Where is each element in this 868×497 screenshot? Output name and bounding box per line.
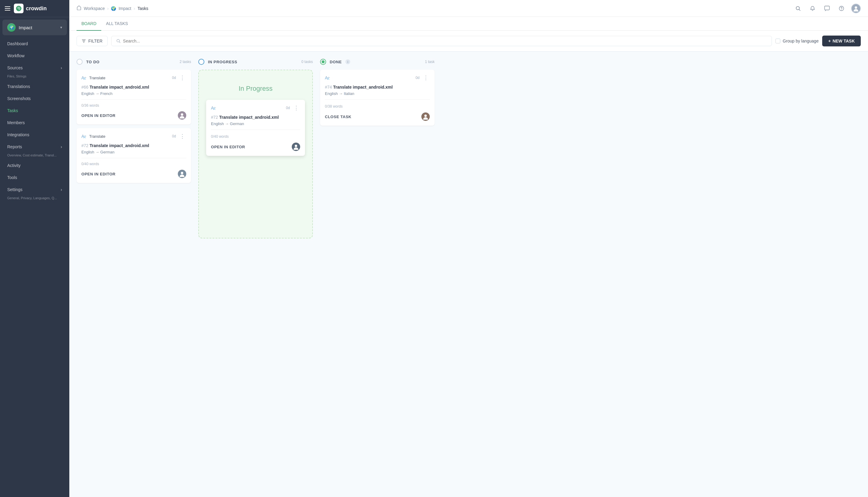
breadcrumb-project[interactable]: Impact xyxy=(118,6,131,11)
card-74-actions: CLOSE TASK xyxy=(325,112,430,121)
breadcrumb-sep-2: › xyxy=(133,6,135,11)
tab-board[interactable]: BOARD xyxy=(76,17,101,31)
status-todo-icon xyxy=(76,59,83,65)
search-box xyxy=(111,36,772,46)
card-66-lang: English → French xyxy=(81,91,186,96)
drop-zone-label: In Progress xyxy=(239,85,273,93)
sidebar-item-reports[interactable]: Reports › xyxy=(0,141,69,153)
sidebar-item-tools[interactable]: Tools xyxy=(0,171,69,184)
project-selector[interactable]: 🌍 Impact ▾ xyxy=(2,19,67,35)
hamburger-menu[interactable] xyxy=(5,6,10,11)
card-72-actions: OPEN IN EDITOR xyxy=(81,170,186,178)
sidebar-item-dashboard[interactable]: Dashboard xyxy=(0,38,69,50)
card-72-menu[interactable]: ⋮ xyxy=(179,133,186,140)
card-72-type: Translate xyxy=(89,134,105,139)
dragging-card-time: 0d xyxy=(286,106,290,110)
card-66-open-editor[interactable]: OPEN IN EDITOR xyxy=(81,113,115,118)
sidebar-item-settings[interactable]: Settings › xyxy=(0,184,69,196)
help-icon[interactable] xyxy=(837,4,846,13)
inprogress-drop-zone[interactable]: In Progress A 文 0d ⋮ #72 Translate impac… xyxy=(198,70,313,238)
card-66-header: A 文 Translate 0d ⋮ xyxy=(81,74,186,81)
card-74-avatar xyxy=(421,112,430,121)
new-task-button[interactable]: + NEW TASK xyxy=(822,36,861,46)
crowdin-logo xyxy=(14,4,24,13)
task-card-74: A 文 0d ⋮ #74 Translate impact_android.xm… xyxy=(320,70,435,126)
sidebar-item-tasks[interactable]: Tasks xyxy=(0,104,69,117)
filter-button[interactable]: FILTER xyxy=(76,36,108,46)
filter-label: FILTER xyxy=(88,39,102,43)
translate-icon-74: A 文 xyxy=(325,75,330,81)
new-task-label: NEW TASK xyxy=(833,39,855,43)
sidebar-item-sources-sub: Files, Strings xyxy=(0,74,69,81)
sidebar-item-reports-sub: Overview, Cost estimate, Transl... xyxy=(0,153,69,159)
card-72-open-editor[interactable]: OPEN IN EDITOR xyxy=(81,172,115,176)
svg-point-7 xyxy=(841,9,842,10)
card-72-words: 0/40 words xyxy=(81,162,99,166)
card-74-close-task[interactable]: CLOSE TASK xyxy=(325,115,352,119)
bell-icon[interactable] xyxy=(808,4,817,13)
group-by-language[interactable]: Group by language xyxy=(775,39,819,43)
svg-point-22 xyxy=(181,172,183,174)
dragging-card-open-editor[interactable]: OPEN IN EDITOR xyxy=(211,145,245,149)
card-74-title: #74 Translate impact_android.xml xyxy=(325,85,430,89)
done-info-icon[interactable]: i xyxy=(345,59,350,64)
dragging-card-footer: 0/40 words xyxy=(211,130,300,139)
column-done-header: DONE i 1 task xyxy=(320,59,435,65)
sidebar-item-integrations[interactable]: Integrations xyxy=(0,129,69,141)
dragging-card-menu[interactable]: ⋮ xyxy=(292,104,300,111)
tabs-bar: BOARD ALL TASKS xyxy=(69,17,868,31)
search-input[interactable] xyxy=(123,39,767,43)
card-66-menu[interactable]: ⋮ xyxy=(179,74,186,81)
project-globe-icon: 🌍 xyxy=(111,6,116,11)
search-icon[interactable] xyxy=(793,4,803,13)
svg-text:文: 文 xyxy=(83,76,86,80)
card-72-header: A 文 Translate 0d ⋮ xyxy=(81,133,186,140)
card-66-title: #66 Translate impact_android.xml xyxy=(81,85,186,89)
breadcrumb-workspace[interactable]: Workspace xyxy=(84,6,105,11)
logo-area: crowdin xyxy=(14,4,47,13)
sidebar-item-activity[interactable]: Activity xyxy=(0,159,69,171)
svg-text:文: 文 xyxy=(83,135,86,138)
sidebar-header: crowdin xyxy=(0,0,69,17)
tab-all-tasks[interactable]: ALL TASKS xyxy=(101,17,133,31)
dragging-card-lang: English → German xyxy=(211,122,300,126)
card-66-footer: 0/36 words xyxy=(81,99,186,108)
sidebar-item-translations[interactable]: Translations xyxy=(0,81,69,93)
card-66-words: 0/36 words xyxy=(81,103,99,108)
sidebar-item-sources-label: Sources xyxy=(7,66,23,70)
status-done-inner xyxy=(322,60,325,63)
card-72-avatar xyxy=(178,170,186,178)
breadcrumb: Workspace › 🌍 Impact › Tasks xyxy=(76,5,793,11)
card-74-words: 0/38 words xyxy=(325,104,343,109)
sidebar-item-screenshots[interactable]: Screenshots xyxy=(0,93,69,104)
card-74-header: A 文 0d ⋮ xyxy=(325,74,430,81)
translate-icon-72-drag: A 文 xyxy=(211,105,216,111)
svg-line-3 xyxy=(799,9,800,11)
column-todo-count: 2 tasks xyxy=(180,60,191,64)
group-lang-checkbox[interactable] xyxy=(775,39,780,43)
plus-icon: + xyxy=(828,39,831,43)
svg-point-1 xyxy=(18,8,19,9)
chevron-down-icon: ▾ xyxy=(60,25,62,30)
card-72-footer: 0/40 words xyxy=(81,158,186,166)
card-74-menu[interactable]: ⋮ xyxy=(422,74,430,81)
sidebar-item-sources[interactable]: Sources › xyxy=(0,62,69,74)
chevron-right-icon: › xyxy=(60,66,62,70)
card-74-footer: 0/38 words xyxy=(325,99,430,109)
sidebar-item-reports-label: Reports xyxy=(7,144,22,149)
chat-icon[interactable] xyxy=(822,4,832,13)
status-done-icon xyxy=(320,59,326,65)
svg-point-30 xyxy=(424,115,427,117)
card-74-time: 0d xyxy=(416,76,419,80)
translate-icon-72: A 文 xyxy=(81,133,87,139)
group-lang-label: Group by language xyxy=(783,39,819,43)
breadcrumb-tasks: Tasks xyxy=(138,6,148,11)
column-done: DONE i 1 task A 文 0d ⋮ #74 Translate imp… xyxy=(320,59,435,129)
user-avatar[interactable] xyxy=(851,4,861,13)
column-todo-title: TO DO xyxy=(86,60,99,64)
project-icon: 🌍 xyxy=(7,23,16,32)
sidebar-item-members[interactable]: Members xyxy=(0,117,69,129)
column-done-count: 1 task xyxy=(425,60,435,64)
logo-text: crowdin xyxy=(26,5,47,12)
sidebar-item-workflow[interactable]: Workflow xyxy=(0,50,69,62)
